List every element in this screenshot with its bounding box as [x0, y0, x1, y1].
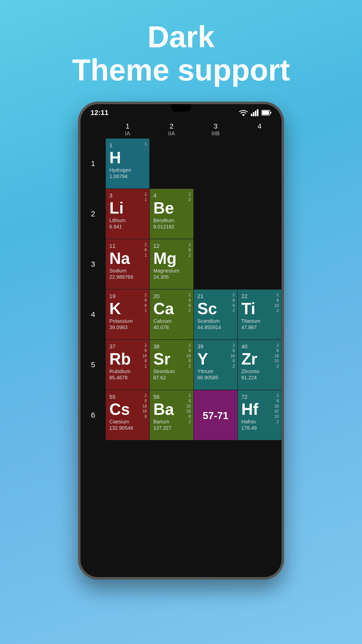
element-cell[interactable]: 3 Li Lithium 6.941 21: [106, 189, 150, 239]
header-spacer: [80, 119, 106, 138]
element-electron: 2818102: [274, 343, 279, 369]
element-name: Hafniu: [241, 419, 278, 425]
element-number: 72: [241, 394, 278, 400]
table-row-1: 1 1 H Hydrogen 1.00794 1: [80, 138, 282, 189]
element-mass: 137.327: [153, 425, 190, 431]
element-cell[interactable]: [194, 189, 238, 239]
col-header-3: 3 IIIB: [194, 119, 238, 138]
element-cell[interactable]: 4 Be Beryllium 9.012182 22: [150, 189, 194, 239]
element-mass: 178.49: [241, 425, 278, 431]
table-row-2: 2 3 Li Lithium 6.941 21 4 Be Beryllium 9…: [80, 189, 282, 239]
element-cell[interactable]: 19 K Potassium 39.0983 2881: [106, 289, 150, 340]
element-cell[interactable]: 55 Cs Caesium 132.90546 2818188: [106, 390, 150, 440]
element-electron: 281882: [186, 343, 191, 369]
signal-icon: [251, 109, 258, 116]
element-number: 56: [153, 394, 190, 400]
row-label-4: 4: [80, 289, 106, 340]
element-name: Caesium: [109, 419, 146, 425]
row-label-3: 3: [80, 239, 106, 289]
element-symbol: Be: [153, 200, 190, 216]
element-electron: 281832102: [274, 393, 279, 425]
phone-wrapper: 12:11: [78, 102, 284, 580]
element-name: Potassium: [109, 318, 146, 324]
svg-rect-6: [262, 111, 269, 115]
header-line1: Dark: [148, 20, 215, 54]
element-name: Lithium: [109, 218, 146, 223]
element-number: 38: [153, 343, 190, 350]
element-cell[interactable]: 56 Ba Barium 137.327 28181882: [150, 390, 194, 440]
element-cell[interactable]: [238, 189, 282, 239]
element-number: 22: [241, 293, 278, 300]
status-icons: [239, 109, 272, 116]
element-name: Sodium: [109, 268, 146, 274]
element-symbol: Zr: [241, 351, 278, 367]
element-cell[interactable]: 37 Rb Rubidium 85.4678 281881: [106, 340, 150, 390]
element-cell[interactable]: 72 Hf Hafniu 178.49 281832102: [238, 390, 282, 440]
element-symbol: Sc: [197, 301, 234, 317]
element-electron: 28102: [274, 293, 279, 313]
element-mass: 39.0983: [109, 325, 146, 330]
table-row-5: 5 37 Rb Rubidium 85.4678 281881 38 Sr St…: [80, 340, 282, 390]
element-number: 12: [153, 243, 190, 249]
element-mass: 47.867: [241, 325, 278, 330]
element-name: Scandium: [197, 318, 234, 324]
element-mass: 91.224: [241, 375, 278, 381]
element-mass: 132.90546: [109, 425, 146, 431]
element-cell[interactable]: 11 Na Sodium 22.989769 281: [106, 239, 150, 289]
element-name: Zirconiu: [241, 369, 278, 374]
battery-icon: [261, 110, 272, 116]
column-headers: 1 IA 2 IIA 3 IIIB 4 IV: [80, 119, 282, 138]
element-mass: 88.90585: [197, 375, 234, 381]
element-symbol: Y: [197, 351, 234, 367]
element-cell[interactable]: [150, 138, 194, 189]
element-number: 1: [109, 142, 146, 149]
table-row-6: 6 55 Cs Caesium 132.90546 2818188 56 Ba …: [80, 390, 282, 440]
element-cell[interactable]: 57-71: [194, 390, 238, 440]
element-name: Strontium: [153, 369, 190, 374]
phone-notch: [171, 104, 191, 112]
status-time: 12:11: [90, 109, 109, 117]
side-button-1: [282, 192, 284, 212]
element-cell[interactable]: 22 Ti Titanium 47.867 28102: [238, 289, 282, 340]
element-cell[interactable]: 20 Ca Calcium 40.078 2882: [150, 289, 194, 340]
svg-rect-2: [253, 112, 254, 116]
element-cell[interactable]: [238, 138, 282, 189]
element-cell[interactable]: [194, 138, 238, 189]
phone-screen: 12:11: [80, 104, 282, 577]
col-header-2: 2 IIA: [150, 119, 194, 138]
element-number: 40: [241, 343, 278, 350]
table-body: 1 1 H Hydrogen 1.00794 1 2 3 Li Lithium …: [80, 138, 282, 440]
element-cell[interactable]: [238, 239, 282, 289]
element-cell[interactable]: 1 H Hydrogen 1.00794 1: [106, 138, 150, 189]
element-electron: 2881: [145, 293, 147, 313]
col-header-1: 1 IA: [106, 119, 150, 138]
element-cell[interactable]: 12 Mg Magnesium 24.305 282: [150, 239, 194, 289]
element-name: Rubidium: [109, 369, 146, 374]
element-mass: 85.4678: [109, 375, 146, 381]
element-cell[interactable]: 40 Zr Zirconiu 91.224 2818102: [238, 340, 282, 390]
element-symbol: Mg: [153, 250, 190, 266]
element-cell[interactable]: 39 Y Yttrium 88.90585 281892: [194, 340, 238, 390]
element-cell[interactable]: 21 Sc Scandium 44.955914 2892: [194, 289, 238, 340]
element-cell[interactable]: [194, 239, 238, 289]
svg-marker-0: [242, 114, 245, 116]
element-cell[interactable]: 38 Sr Strontium 87.62 281882: [150, 340, 194, 390]
svg-rect-3: [255, 111, 256, 116]
svg-rect-4: [257, 109, 258, 116]
element-symbol: Ba: [153, 401, 190, 417]
element-symbol: H: [109, 150, 146, 166]
element-symbol: Sr: [153, 351, 190, 367]
element-electron: 2892: [233, 293, 235, 313]
element-number: 55: [109, 394, 146, 400]
element-electron: 22: [189, 192, 191, 203]
element-electron: 28181882: [186, 393, 191, 425]
element-number: 21: [197, 293, 234, 300]
element-name: Yttrium: [197, 369, 234, 374]
element-electron: 281892: [230, 343, 235, 369]
element-number: 20: [153, 293, 190, 300]
element-name: Beryllium: [153, 218, 190, 223]
element-symbol: Na: [109, 250, 146, 266]
element-electron: 2818188: [142, 393, 147, 419]
row-label-6: 6: [80, 390, 106, 440]
element-name: Hydrogen: [109, 167, 146, 173]
